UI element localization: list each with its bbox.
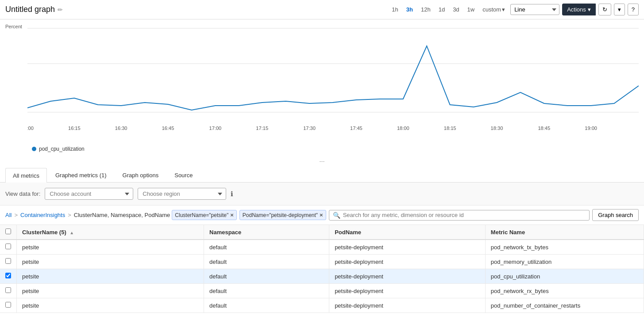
actions-caret-icon: ▾: [588, 6, 591, 13]
refresh-button[interactable]: ↻: [598, 4, 611, 15]
table-row[interactable]: petsite default petsite-deployment pod_n…: [0, 240, 644, 255]
pod-tag-label: PodName="petsite-deployment": [243, 212, 318, 218]
header-podname[interactable]: PodName: [329, 225, 486, 240]
svg-text:16:15: 16:15: [68, 126, 81, 131]
cluster-tag-label: ClusterName="petsite": [175, 212, 228, 218]
page-header: Untitled graph ✏ 1h 3h 12h 1d 3d 1w cust…: [0, 0, 644, 19]
time-1h[interactable]: 1h: [389, 4, 401, 15]
time-1w[interactable]: 1w: [465, 4, 478, 15]
chart-line: [27, 46, 639, 110]
metrics-table: ClusterName (5) ▲ Namespace PodName Metr…: [0, 225, 644, 313]
row-cluster: petsite: [17, 255, 204, 269]
actions-label: Actions: [567, 6, 586, 13]
row-checkbox-cell: [0, 240, 17, 255]
header-metricname[interactable]: Metric Name: [485, 225, 644, 240]
svg-text:16:00: 16:00: [27, 126, 34, 131]
tabs-bar: All metrics Graphed metrics (1) Graph op…: [0, 168, 644, 183]
svg-text:18:45: 18:45: [538, 126, 550, 131]
time-3h[interactable]: 3h: [404, 4, 416, 15]
row-namespace: default: [204, 255, 329, 269]
search-box: 🔍: [329, 210, 590, 221]
chart-legend: pod_cpu_utilization: [5, 143, 639, 155]
row-metric: pod_number_of_container_restarts: [485, 298, 644, 313]
cluster-tag-close[interactable]: ×: [230, 212, 234, 218]
page-title: Untitled graph: [5, 5, 55, 14]
custom-label: custom: [482, 6, 501, 13]
y-axis-label: Percent: [5, 24, 22, 29]
help-button[interactable]: ?: [628, 4, 639, 15]
time-12h[interactable]: 12h: [418, 4, 433, 15]
breadcrumb-container-insights[interactable]: ContainerInsights: [20, 212, 65, 218]
more-button[interactable]: ▾: [614, 4, 625, 15]
info-icon[interactable]: ℹ: [231, 190, 233, 198]
row-metric: pod_network_rx_bytes: [485, 284, 644, 298]
svg-text:18:30: 18:30: [491, 126, 503, 131]
custom-caret: ▾: [502, 6, 505, 13]
time-3d[interactable]: 3d: [450, 4, 462, 15]
row-checkbox-cell: [0, 298, 17, 313]
svg-text:18:00: 18:00: [397, 126, 409, 131]
tab-graphed-metrics[interactable]: Graphed metrics (1): [48, 168, 114, 182]
row-checkbox[interactable]: [5, 273, 11, 278]
row-pod: petsite-deployment: [329, 298, 486, 313]
graph-search-button[interactable]: Graph search: [592, 209, 639, 221]
row-checkbox-cell: [0, 284, 17, 298]
row-namespace: default: [204, 240, 329, 255]
header-clustername[interactable]: ClusterName (5) ▲: [17, 225, 204, 240]
edit-title-icon[interactable]: ✏: [58, 6, 63, 13]
refresh-icon: ↻: [602, 6, 607, 13]
breadcrumb-sep1: >: [14, 212, 18, 218]
account-select[interactable]: Choose account: [45, 188, 133, 200]
filter-row: View data for: Choose account Choose reg…: [0, 183, 644, 206]
legend-color-dot: [32, 147, 36, 151]
row-pod: petsite-deployment: [329, 255, 486, 269]
row-checkbox-cell: [0, 255, 17, 269]
row-namespace: default: [204, 298, 329, 313]
svg-text:17:15: 17:15: [256, 126, 268, 131]
time-controls: 1h 3h 12h 1d 3d 1w custom ▾ Line Bar Sta…: [389, 4, 639, 15]
breadcrumb-all[interactable]: All: [5, 212, 12, 218]
svg-text:16:30: 16:30: [115, 126, 127, 131]
cluster-filter-tag: ClusterName="petsite" ×: [172, 210, 237, 220]
breadcrumb-path: ClusterName, Namespace, PodName: [74, 212, 170, 218]
actions-button[interactable]: Actions ▾: [562, 4, 596, 15]
row-checkbox[interactable]: [5, 258, 11, 264]
chart-area: Percent 0.084 0.073 0.063 16:00 16:15 16…: [0, 19, 644, 156]
search-input[interactable]: [343, 212, 586, 218]
row-checkbox-cell: [0, 269, 17, 284]
row-checkbox[interactable]: [5, 244, 11, 249]
table-row[interactable]: petsite default petsite-deployment pod_n…: [0, 298, 644, 313]
select-all-checkbox[interactable]: [5, 228, 11, 234]
filter-tags: ClusterName="petsite" × PodName="petsite…: [172, 209, 639, 221]
table-row[interactable]: petsite default petsite-deployment pod_n…: [0, 284, 644, 298]
table-row[interactable]: petsite default petsite-deployment pod_m…: [0, 255, 644, 269]
time-1d[interactable]: 1d: [436, 4, 447, 15]
svg-text:19:00: 19:00: [585, 126, 597, 131]
row-checkbox[interactable]: [5, 302, 11, 308]
tab-source[interactable]: Source: [167, 168, 200, 182]
breadcrumb-sep2: >: [68, 212, 71, 218]
row-namespace: default: [204, 284, 329, 298]
time-custom[interactable]: custom ▾: [480, 4, 508, 15]
region-select[interactable]: Choose region: [138, 188, 226, 200]
tab-graph-options[interactable]: Graph options: [115, 168, 166, 182]
row-cluster: petsite: [17, 284, 204, 298]
table-row[interactable]: petsite default petsite-deployment pod_c…: [0, 269, 644, 284]
tab-all-metrics[interactable]: All metrics: [5, 168, 47, 183]
row-cluster: petsite: [17, 240, 204, 255]
svg-text:17:30: 17:30: [303, 126, 316, 131]
header-namespace[interactable]: Namespace: [204, 225, 329, 240]
view-data-label: View data for:: [5, 190, 40, 197]
row-metric: pod_memory_utilization: [485, 255, 644, 269]
row-checkbox[interactable]: [5, 287, 11, 293]
divider-label: ---: [0, 156, 644, 166]
pod-tag-close[interactable]: ×: [320, 212, 323, 218]
pod-filter-tag: PodName="petsite-deployment" ×: [239, 210, 326, 220]
search-icon: 🔍: [333, 212, 340, 219]
table-header-row: ClusterName (5) ▲ Namespace PodName Metr…: [0, 225, 644, 240]
help-icon: ?: [632, 6, 635, 13]
view-type-select[interactable]: Line Bar Stacked area: [510, 4, 559, 15]
more-icon: ▾: [618, 6, 621, 13]
svg-text:17:45: 17:45: [350, 126, 362, 131]
row-cluster: petsite: [17, 298, 204, 313]
